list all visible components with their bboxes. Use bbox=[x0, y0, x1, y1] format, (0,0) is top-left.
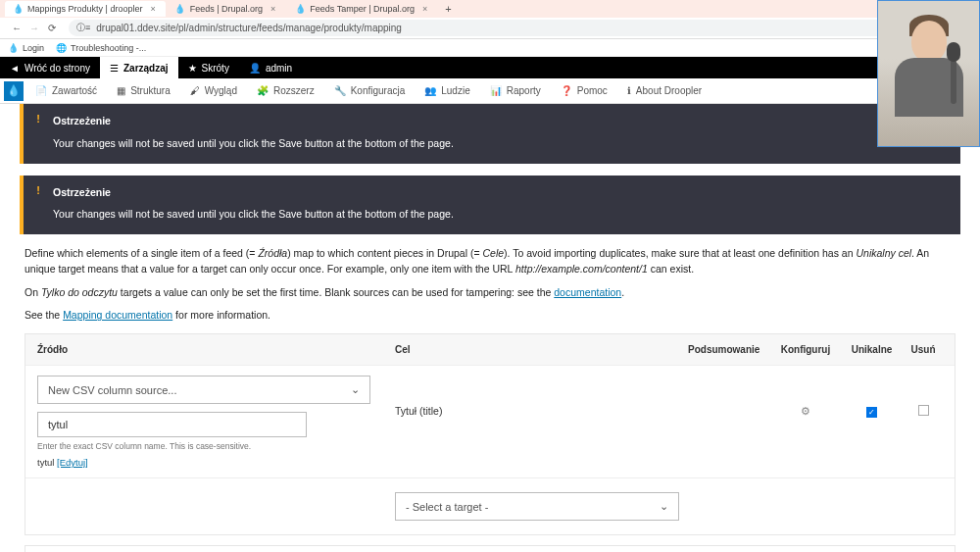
description-1: Define which elements of a single item o… bbox=[0, 246, 980, 277]
webcam-overlay bbox=[877, 0, 980, 147]
header-delete: Usuń bbox=[904, 344, 943, 355]
arrow-left-icon: ◄ bbox=[10, 63, 20, 74]
warning-title: Ostrzeżenie bbox=[53, 113, 454, 129]
page-content: ! Ostrzeżenie Your changes will not be s… bbox=[0, 104, 980, 552]
mapping-documentation-link[interactable]: Mapping documentation bbox=[63, 309, 172, 321]
source-select[interactable]: New CSV column source... ⌄ bbox=[37, 376, 370, 404]
bookmark-login[interactable]: 💧 Login bbox=[8, 43, 44, 53]
bookmark-troubleshooting[interactable]: 🌐 Troubleshooting -... bbox=[56, 43, 146, 53]
tab-mappings[interactable]: 💧 Mappings Produkty | droopler × bbox=[5, 1, 166, 17]
address-bar: ← → ⟳ ⓘ≡ drupal01.ddev.site/pl/admin/str… bbox=[0, 18, 980, 39]
chevron-down-icon: ⌄ bbox=[351, 383, 360, 396]
file-icon: 📄 bbox=[35, 85, 47, 96]
people-icon: 👥 bbox=[424, 85, 436, 96]
drupal-logo[interactable]: 💧 bbox=[4, 81, 24, 101]
bookmark-bar: 💧 Login 🌐 Troubleshooting -... bbox=[0, 39, 980, 57]
shortcuts-menu[interactable]: ★ Skróty bbox=[178, 57, 239, 78]
helper-text: Enter the exact CSV column name. This is… bbox=[37, 441, 395, 451]
gear-icon[interactable]: ⚙ bbox=[801, 405, 810, 417]
delete-checkbox[interactable] bbox=[918, 405, 929, 416]
mapping-table: Źródło Cel Podsumowanie Konfiguruj Unika… bbox=[24, 333, 956, 535]
back-icon[interactable]: ← bbox=[8, 23, 25, 33]
help-icon: ❓ bbox=[561, 85, 572, 96]
table-row: New CSV column source... ⌄ Enter the exa… bbox=[25, 365, 955, 477]
nav-content[interactable]: 📄Zawartość bbox=[25, 85, 107, 96]
drupal-icon: 💧 bbox=[8, 43, 19, 53]
user-icon: 👤 bbox=[249, 63, 261, 74]
close-icon[interactable]: × bbox=[150, 4, 155, 14]
admin-sub-toolbar: 💧 📄Zawartość ▦Struktura 🖌Wygląd 🧩Rozszer… bbox=[0, 78, 980, 104]
nav-appearance[interactable]: 🖌Wygląd bbox=[180, 85, 247, 96]
url-field[interactable]: ⓘ≡ drupal01.ddev.site/pl/admin/structure… bbox=[69, 20, 964, 36]
chart-icon: 📊 bbox=[490, 85, 502, 96]
nav-people[interactable]: 👥Ludzie bbox=[415, 85, 479, 96]
warning-1: ! Ostrzeżenie Your changes will not be s… bbox=[20, 104, 960, 164]
chevron-down-icon: ⌄ bbox=[660, 500, 668, 513]
nav-extend[interactable]: 🧩Rozszerz bbox=[247, 85, 324, 96]
forward-icon: → bbox=[25, 23, 43, 33]
browser-tab-strip: 💧 Mappings Produkty | droopler × 💧 Feeds… bbox=[0, 0, 980, 18]
info-icon: ℹ bbox=[627, 85, 631, 96]
warning-message: Your changes will not be saved until you… bbox=[53, 137, 454, 149]
doc-icon: 🌐 bbox=[56, 43, 67, 53]
new-target-row: - Select a target - ⌄ bbox=[25, 477, 955, 534]
warning-icon: ! bbox=[24, 104, 53, 164]
target-label: Tytuł (title) bbox=[395, 376, 688, 417]
nav-about[interactable]: ℹAbout Droopler bbox=[617, 85, 711, 96]
drupal-icon: 💧 bbox=[175, 4, 185, 14]
header-target: Cel bbox=[395, 344, 688, 355]
documentation-link[interactable]: documentation bbox=[554, 286, 621, 298]
drupal-icon: 💧 bbox=[13, 4, 23, 14]
tab-feeds[interactable]: 💧 Feeds | Drupal.org × bbox=[168, 1, 286, 17]
structure-icon: ▦ bbox=[117, 85, 125, 96]
csv-column-input[interactable] bbox=[37, 412, 307, 437]
nav-help[interactable]: ❓Pomoc bbox=[551, 85, 617, 96]
edit-source-link[interactable]: [Edytuj] bbox=[57, 457, 88, 468]
brush-icon: 🖌 bbox=[190, 85, 200, 96]
user-menu[interactable]: 👤 admin bbox=[239, 57, 302, 78]
header-source: Źródło bbox=[37, 344, 395, 355]
wrench-icon: 🔧 bbox=[334, 85, 346, 96]
new-tab-button[interactable]: + bbox=[439, 3, 457, 15]
reload-icon[interactable]: ⟳ bbox=[43, 23, 61, 33]
site-info-icon[interactable]: ⓘ≡ bbox=[76, 22, 90, 34]
drupal-icon: 💧 bbox=[295, 4, 305, 14]
warning-icon: ! bbox=[24, 176, 53, 235]
admin-toolbar: ◄ Wróć do strony ☰ Zarządzaj ★ Skróty 👤 … bbox=[0, 57, 980, 78]
description-2: On Tylko do odczytu targets a value can … bbox=[0, 285, 980, 301]
menu-icon: ☰ bbox=[110, 63, 119, 74]
nav-structure[interactable]: ▦Struktura bbox=[107, 85, 180, 96]
header-unique: Unikalne bbox=[840, 344, 904, 355]
close-icon[interactable]: × bbox=[422, 4, 427, 14]
legend-details[interactable]: ⌄ Legenda bbox=[24, 545, 956, 552]
back-to-site[interactable]: ◄ Wróć do strony bbox=[0, 57, 100, 78]
close-icon[interactable]: × bbox=[270, 4, 275, 14]
puzzle-icon: 🧩 bbox=[257, 85, 269, 96]
nav-config[interactable]: 🔧Konfiguracja bbox=[324, 85, 416, 96]
tab-tamper[interactable]: 💧 Feeds Tamper | Drupal.org × bbox=[287, 1, 437, 17]
target-select[interactable]: - Select a target - ⌄ bbox=[395, 492, 679, 521]
header-configure: Konfiguruj bbox=[771, 344, 840, 355]
manage-toggle[interactable]: ☰ Zarządzaj bbox=[100, 57, 178, 78]
nav-reports[interactable]: 📊Raporty bbox=[480, 85, 551, 96]
unique-checkbox[interactable]: ✓ bbox=[866, 407, 877, 418]
star-icon: ★ bbox=[188, 63, 197, 74]
warning-2: ! Ostrzeżenie Your changes will not be s… bbox=[20, 176, 960, 235]
warning-title: Ostrzeżenie bbox=[53, 184, 454, 201]
description-3: See the Mapping documentation for more i… bbox=[0, 308, 980, 324]
table-header: Źródło Cel Podsumowanie Konfiguruj Unika… bbox=[25, 334, 955, 365]
warning-message: Your changes will not be saved until you… bbox=[53, 208, 454, 220]
header-summary: Podsumowanie bbox=[688, 344, 771, 355]
existing-source: tytul [Edytuj] bbox=[37, 457, 395, 468]
